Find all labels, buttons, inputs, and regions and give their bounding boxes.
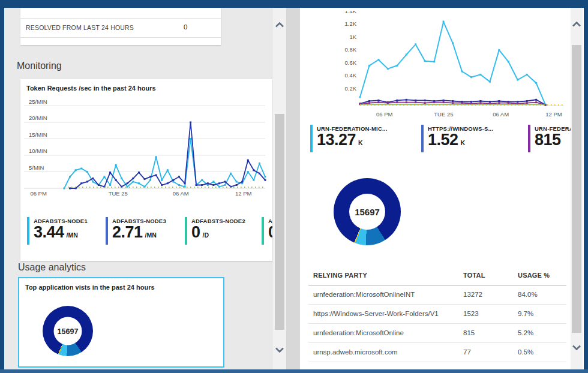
metric-value: 13.27	[317, 131, 356, 149]
right-blade: 1.4K1.2K1K0.8K0.6K0.4K0.2K06 PMTUE 2506 …	[300, 8, 584, 369]
svg-text:15/MIN: 15/MIN	[29, 131, 47, 138]
metric-tile[interactable]: ADFABSTS-NODE20/D	[185, 217, 263, 245]
metric-value: 0	[191, 223, 200, 241]
top-applications-card[interactable]: Top application vists in the past 24 hou…	[18, 277, 224, 368]
svg-text:0.8K: 0.8K	[344, 46, 356, 53]
top-applications-donut: 15697	[43, 306, 93, 356]
token-requests-chart-title: Token Requests /sec in the past 24 hours	[26, 85, 156, 92]
donut-total-label: 15697	[349, 194, 385, 230]
table-cell: urnfederation:MicrosoftOnlineINT	[313, 291, 415, 298]
resolved-alerts-row[interactable]: RESOLVED FROM LAST 24 HOURS 0	[20, 18, 221, 38]
metric-unit: /MN	[145, 231, 157, 239]
table-cell: 0.5%	[518, 348, 533, 356]
table-header-row: RELYING PARTYTOTALUSAGE %	[308, 267, 566, 285]
window-top-bar	[0, 0, 588, 8]
resolved-alerts-value: 0	[184, 23, 187, 31]
token-requests-line-chart: 25/MIN20/MIN15/MIN10/MIN5/MIN06 PMTUE 25…	[23, 95, 269, 200]
svg-text:06 AM: 06 AM	[493, 111, 509, 118]
table-cell: urnsp.adweb.microsoft.com	[313, 348, 398, 356]
table-cell: https://Windows-Server-Work-Folders/V1	[313, 310, 439, 317]
metric-tile[interactable]: ADFABSTS-NODE13.44/MN	[27, 217, 109, 245]
table-cell: 5.2%	[518, 329, 533, 336]
svg-text:06 AM: 06 AM	[173, 190, 189, 197]
metric-value: 3.44	[34, 223, 64, 241]
metric-tile[interactable]: HTTPS://WINDOWS-S...1.52K	[421, 125, 530, 152]
svg-text:1.4K: 1.4K	[344, 11, 356, 14]
table-cell: 77	[463, 348, 471, 356]
svg-text:12 PM: 12 PM	[545, 111, 562, 118]
metric-unit: /D	[203, 231, 209, 239]
metric-tile[interactable]: URN-FEDERATION-MIC...13.27K	[310, 125, 425, 152]
table-row[interactable]: urnsp.adweb.microsoft.com770.5%	[308, 343, 566, 362]
donut-total-label: 15697	[54, 317, 82, 345]
right-scrollbar-down-icon[interactable]	[571, 341, 583, 353]
window-bottom-border	[0, 369, 588, 373]
right-scrollbar-thumb[interactable]	[572, 45, 581, 333]
table-cell: 13272	[463, 291, 482, 298]
relying-party-metrics-row: URN-FEDERATION-MIC...13.27KHTTPS://WINDO…	[307, 125, 571, 156]
table-cell: 815	[463, 329, 475, 336]
table-cell: 9.7%	[518, 310, 533, 317]
blade-divider	[286, 8, 300, 369]
left-blade: RESOLVED FROM LAST 24 HOURS 0 Monitoring…	[4, 8, 286, 369]
metric-unit: K	[358, 139, 363, 146]
svg-text:20/MIN: 20/MIN	[29, 115, 47, 121]
token-requests-card[interactable]: Token Requests /sec in the past 24 hours…	[20, 79, 272, 261]
left-scrollbar-up-icon[interactable]	[274, 19, 286, 31]
usage-analytics-heading: Usage analytics	[18, 262, 86, 273]
table-row[interactable]: https://Windows-Server-Work-Folders/V115…	[308, 305, 566, 324]
table-row[interactable]: urnfederation:MicrosoftOnline8155.2%	[308, 324, 566, 343]
svg-text:1K: 1K	[349, 34, 356, 40]
alerts-summary-card[interactable]: RESOLVED FROM LAST 24 HOURS 0	[20, 8, 221, 45]
metric-value: 2.71	[112, 223, 143, 241]
relying-party-table: RELYING PARTYTOTALUSAGE %urnfederation:M…	[308, 267, 566, 362]
monitoring-heading: Monitoring	[17, 61, 62, 71]
metric-unit: /MN	[67, 231, 78, 239]
svg-text:TUE 25: TUE 25	[434, 111, 453, 118]
svg-text:0.6K: 0.6K	[344, 59, 356, 66]
table-header: USAGE %	[518, 272, 550, 279]
svg-text:10/MIN: 10/MIN	[29, 148, 47, 154]
svg-text:TUE 25: TUE 25	[109, 190, 128, 197]
svg-text:06 PM: 06 PM	[30, 190, 47, 197]
adfs-health-dashboard: RESOLVED FROM LAST 24 HOURS 0 Monitoring…	[0, 0, 588, 373]
left-scrollbar-thumb[interactable]	[275, 114, 284, 330]
left-scrollbar-down-icon[interactable]	[274, 344, 286, 356]
svg-text:0.4K: 0.4K	[344, 72, 356, 79]
resolved-alerts-label: RESOLVED FROM LAST 24 HOURS	[26, 24, 134, 31]
top-applications-chart-title: Top application vists in the past 24 hou…	[25, 284, 155, 291]
table-header: TOTAL	[463, 272, 485, 279]
node-metrics-row: ADFABSTS-NODE13.44/MNADFABSTS-NODE32.71/…	[26, 217, 272, 247]
metric-value: 815	[535, 131, 561, 149]
metric-unit: K	[461, 139, 466, 146]
metric-value: 1.52	[428, 131, 458, 149]
svg-text:1.2K: 1.2K	[344, 20, 356, 27]
svg-text:25/MIN: 25/MIN	[29, 98, 47, 105]
right-scrollbar-up-icon[interactable]	[571, 18, 583, 30]
table-cell: urnfederation:MicrosoftOnline	[313, 329, 404, 336]
table-cell: 84.0%	[518, 291, 538, 298]
metric-tile[interactable]: URN-FEDERAT815	[528, 125, 571, 152]
svg-text:12 PM: 12 PM	[235, 190, 252, 197]
svg-text:06 PM: 06 PM	[376, 111, 393, 118]
table-cell: 1523	[463, 310, 479, 317]
svg-text:0.2K: 0.2K	[344, 85, 356, 92]
window-left-border	[0, 8, 4, 369]
relying-party-donut: 15697	[334, 178, 401, 245]
relying-party-line-chart: 1.4K1.2K1K0.8K0.6K0.4K0.2K06 PMTUE 2506 …	[306, 11, 573, 124]
metric-tile[interactable]: ADFABSTS-NODE32.71/MN	[106, 217, 187, 245]
window-right-border	[584, 8, 588, 369]
metric-value: 0	[268, 223, 272, 241]
svg-text:5/MIN: 5/MIN	[29, 164, 44, 171]
table-header: RELYING PARTY	[313, 272, 367, 279]
table-row[interactable]: urnfederation:MicrosoftOnlineINT1327284.…	[308, 285, 566, 305]
metric-tile[interactable]: AD0	[262, 217, 272, 245]
